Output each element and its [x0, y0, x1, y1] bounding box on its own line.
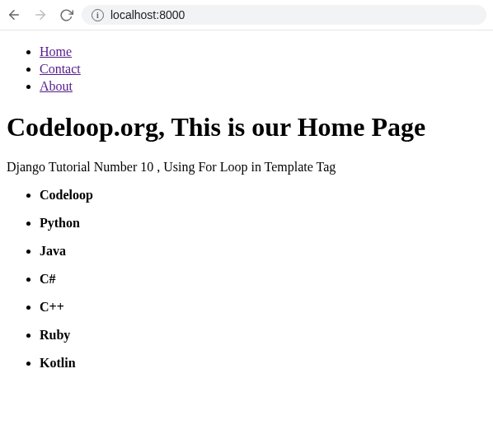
- nav-link-about[interactable]: About: [40, 79, 73, 93]
- address-bar[interactable]: i localhost:8000: [82, 5, 486, 25]
- nav-item: About: [40, 78, 486, 96]
- nav-item: Contact: [40, 61, 486, 78]
- browser-toolbar: i localhost:8000: [0, 0, 493, 30]
- nav-item: Home: [40, 44, 486, 61]
- list-item: Ruby: [40, 328, 486, 343]
- list-item: C#: [40, 272, 486, 287]
- technology-list: Codeloop Python Java C# C++ Ruby Kotlin: [7, 188, 486, 371]
- reload-icon: [59, 8, 73, 22]
- list-item: Codeloop: [40, 188, 486, 203]
- page-title: Codeloop.org, This is our Home Page: [7, 112, 486, 142]
- list-item: Python: [40, 216, 486, 231]
- list-item: Java: [40, 244, 486, 259]
- reload-button[interactable]: [59, 8, 73, 22]
- url-text: localhost:8000: [110, 8, 185, 21]
- info-icon: i: [92, 9, 104, 21]
- arrow-left-icon: [7, 7, 21, 22]
- page-content: Home Contact About Codeloop.org, This is…: [0, 30, 493, 390]
- forward-button[interactable]: [33, 7, 48, 22]
- nav-links: Home Contact About: [7, 44, 486, 95]
- list-item: C++: [40, 300, 486, 315]
- arrow-right-icon: [33, 7, 48, 22]
- nav-link-contact[interactable]: Contact: [40, 62, 81, 76]
- nav-link-home[interactable]: Home: [40, 44, 72, 58]
- back-button[interactable]: [7, 7, 21, 22]
- nav-buttons: [7, 7, 73, 22]
- page-subtitle: Django Tutorial Number 10 , Using For Lo…: [7, 160, 486, 175]
- list-item: Kotlin: [40, 356, 486, 371]
